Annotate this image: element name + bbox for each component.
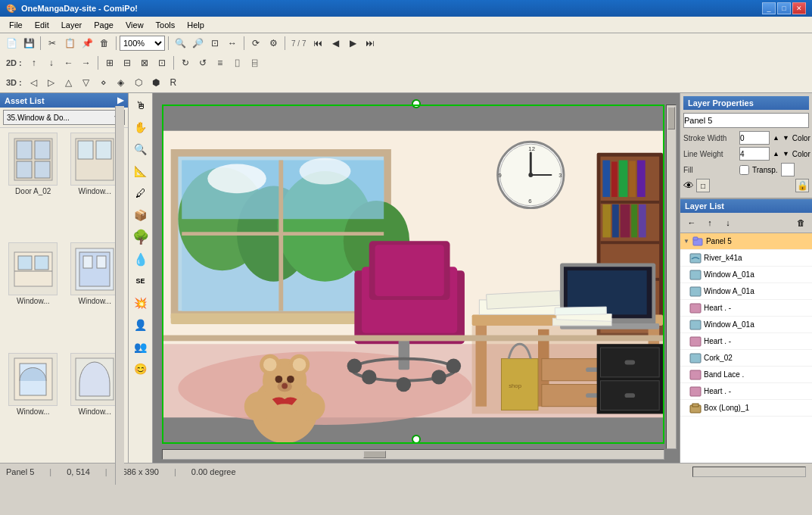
cut-button[interactable]: ✂: [44, 35, 61, 52]
hand-tool[interactable]: ✋: [130, 117, 151, 138]
2d-btn3[interactable]: ⊠: [136, 55, 153, 71]
last-page-button[interactable]: ⏭: [362, 35, 378, 52]
layer-item-bandlace[interactable]: Band Lace .: [680, 367, 812, 383]
fill-checkbox[interactable]: [739, 165, 749, 175]
v-scrollbar-thumb[interactable]: [667, 107, 675, 130]
asset-category-select[interactable]: 35.Window & Do...: [3, 110, 125, 125]
2d-btn8[interactable]: ⌷: [229, 55, 246, 71]
menu-layer[interactable]: Layer: [55, 19, 89, 31]
list-item[interactable]: Window...: [3, 241, 64, 349]
left-scrollbar[interactable]: [115, 106, 124, 485]
menu-help[interactable]: Help: [181, 19, 210, 31]
2d-btn7[interactable]: ≡: [212, 55, 229, 71]
3d-btn1[interactable]: ◁: [26, 74, 42, 91]
save-button[interactable]: 💾: [20, 35, 37, 52]
paste-button[interactable]: 📌: [79, 35, 95, 52]
3d-btn7[interactable]: ⬡: [130, 74, 147, 91]
layer-item-cork[interactable]: Cork_02: [680, 350, 812, 367]
2d-btn9[interactable]: ⌸: [247, 55, 263, 71]
layer-item-heart3[interactable]: Heart . -: [680, 383, 812, 400]
list-item[interactable]: Window...: [3, 351, 64, 460]
rotate-3d-button[interactable]: ⟳: [247, 35, 264, 52]
lineweight-up-icon[interactable]: ▲: [773, 150, 779, 158]
h-scrollbar[interactable]: [162, 449, 664, 460]
zoom-in-button[interactable]: 🔍: [172, 35, 188, 52]
layer-item-box[interactable]: Box (Long)_1: [680, 400, 812, 417]
stroke-up-icon[interactable]: ▲: [773, 134, 779, 142]
2d-btn6[interactable]: ↺: [194, 55, 211, 71]
cursor-tool[interactable]: 🖱: [130, 95, 151, 116]
layer-item-window3[interactable]: Window A_01a: [680, 317, 812, 333]
asset-list-arrow[interactable]: ▶: [117, 95, 123, 105]
2d-btn5[interactable]: ↻: [177, 55, 194, 71]
maximize-button[interactable]: □: [777, 2, 791, 14]
layer-item-heart1[interactable]: Heart . -: [680, 300, 812, 317]
3d-btn5[interactable]: ⋄: [95, 74, 112, 91]
tree-tool[interactable]: 🌳: [130, 226, 151, 248]
zoom-tool[interactable]: 🔍: [130, 139, 151, 160]
stroke-down-icon[interactable]: ▼: [782, 134, 789, 142]
3d-btn4[interactable]: ▽: [78, 74, 95, 91]
minimize-button[interactable]: _: [762, 2, 776, 14]
menu-view[interactable]: View: [120, 19, 150, 31]
select-tool[interactable]: 📐: [130, 161, 151, 182]
se-tool[interactable]: SE: [130, 270, 151, 292]
v-scrollbar[interactable]: [666, 105, 677, 449]
move-left-button[interactable]: ←: [61, 55, 77, 71]
face-tool[interactable]: 😊: [130, 358, 151, 379]
lineweight-down-icon[interactable]: ▼: [782, 150, 789, 158]
list-item[interactable]: Door A_02: [3, 131, 64, 239]
h-scrollbar-thumb[interactable]: [363, 451, 386, 458]
layer-item-window2[interactable]: Window A_01a: [680, 283, 812, 300]
canvas-area[interactable]: 12 3 6 9: [153, 93, 680, 463]
first-page-button[interactable]: ⏮: [310, 35, 326, 52]
fit-width-button[interactable]: ↔: [224, 35, 241, 52]
menu-tools[interactable]: Tools: [150, 19, 182, 31]
lock-icon-btn[interactable]: 🔒: [795, 179, 809, 192]
shape-tool[interactable]: 📦: [130, 204, 151, 226]
water-tool[interactable]: 💧: [130, 248, 151, 270]
move-up-button[interactable]: ↑: [26, 55, 42, 71]
visibility-icon[interactable]: 👁: [683, 179, 694, 192]
fit-button[interactable]: ⊡: [207, 35, 223, 52]
pen-tool[interactable]: 🖊: [130, 183, 151, 204]
prev-page-button[interactable]: ◀: [327, 35, 344, 52]
2d-btn4[interactable]: ⊡: [154, 55, 170, 71]
copy-button[interactable]: 📋: [61, 35, 78, 52]
3d-reset-button[interactable]: R: [165, 74, 182, 91]
menu-file[interactable]: File: [3, 19, 29, 31]
layer-style-btn[interactable]: □: [696, 179, 710, 192]
new-button[interactable]: 📄: [3, 35, 20, 52]
3d-btn2[interactable]: ▷: [43, 74, 60, 91]
layer-group-panel5[interactable]: ▼ Panel 5: [680, 233, 812, 250]
next-page-button[interactable]: ▶: [344, 35, 361, 52]
3d-btn6[interactable]: ◈: [113, 74, 129, 91]
layer-down-button[interactable]: ↓: [720, 214, 736, 231]
close-button[interactable]: ✕: [792, 2, 806, 14]
2d-btn1[interactable]: ⊞: [101, 55, 118, 71]
3d-btn3[interactable]: △: [61, 74, 77, 91]
fill-color-box[interactable]: [781, 163, 795, 176]
menu-edit[interactable]: Edit: [29, 19, 55, 31]
layer-item-river[interactable]: River_k41a: [680, 250, 812, 267]
layer-item-window1[interactable]: Window A_01a: [680, 267, 812, 283]
move-down-button[interactable]: ↓: [43, 55, 60, 71]
layer-item-heart2[interactable]: Heart . -: [680, 333, 812, 350]
delete-button[interactable]: 🗑: [96, 35, 113, 52]
menu-page[interactable]: Page: [88, 19, 120, 31]
char2-tool[interactable]: 👥: [130, 336, 151, 357]
move-right-button[interactable]: →: [78, 55, 95, 71]
layer-delete-button[interactable]: 🗑: [792, 214, 809, 231]
layer-back-button[interactable]: ←: [683, 214, 700, 231]
zoom-out-button[interactable]: 🔎: [189, 35, 206, 52]
zoom-select[interactable]: 100% 75% 50% 150% 200%: [120, 36, 165, 51]
settings-button[interactable]: ⚙: [265, 35, 282, 52]
effect-tool[interactable]: 💥: [130, 292, 151, 314]
2d-btn2[interactable]: ⊟: [119, 55, 135, 71]
line-weight-input[interactable]: [739, 147, 770, 161]
3d-btn8[interactable]: ⬢: [148, 74, 164, 91]
char-tool[interactable]: 👤: [130, 314, 151, 336]
stroke-width-input[interactable]: [739, 131, 770, 145]
layer-up-button[interactable]: ↑: [702, 214, 718, 231]
panel-name-input[interactable]: [683, 113, 809, 128]
